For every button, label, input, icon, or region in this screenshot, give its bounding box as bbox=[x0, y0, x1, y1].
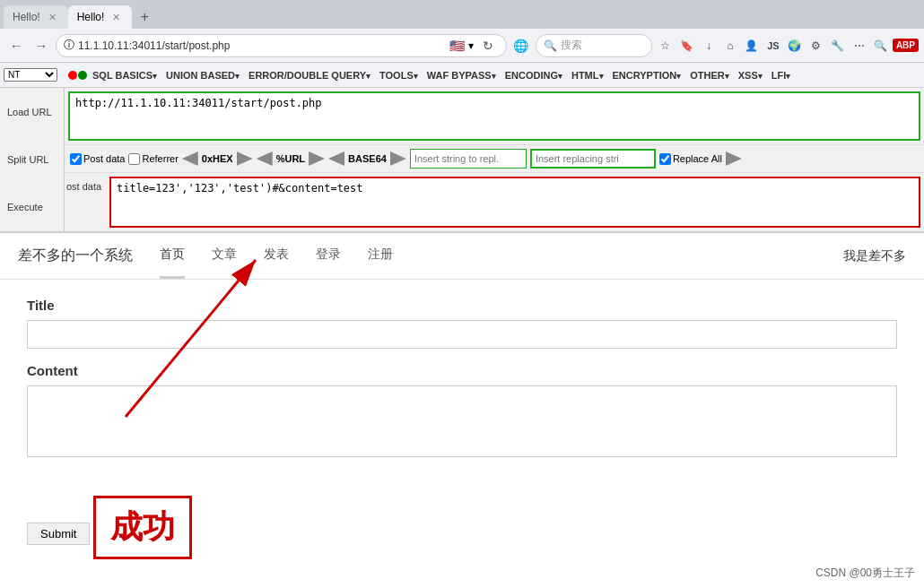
base64-label: BASE64 bbox=[345, 153, 389, 164]
post-data-checkbox-label[interactable]: Post data bbox=[70, 153, 125, 165]
nav-login[interactable]: 登录 bbox=[316, 233, 341, 279]
left-controls: NT GET POST bbox=[4, 68, 66, 82]
nav-right-text: 我是差不多 bbox=[843, 248, 906, 264]
post-data-row: ost data title=123','123','test')#&conte… bbox=[65, 177, 920, 228]
flag-icon: 🇺🇸 bbox=[449, 39, 465, 53]
replace-all-right-arrow[interactable] bbox=[726, 151, 742, 166]
referrer-checkbox-label[interactable]: Referrer bbox=[128, 153, 178, 165]
success-text: 成功 bbox=[110, 508, 175, 545]
webpage-nav: 差不多的一个系统 首页 文章 发表 登录 注册 我是差不多 bbox=[0, 233, 924, 280]
union-based-menu[interactable]: UNION BASED▾ bbox=[162, 68, 243, 82]
sql-basics-menu[interactable]: SQL BASICS▾ bbox=[89, 68, 161, 82]
title-input[interactable] bbox=[27, 320, 897, 349]
base64-right-arrow[interactable] bbox=[390, 151, 406, 166]
nav-home[interactable]: 首页 bbox=[160, 233, 185, 279]
options-row: Post data Referrer 0xHEX %URL bbox=[65, 144, 924, 173]
oxhex-left-arrow[interactable] bbox=[182, 151, 198, 166]
url-bar[interactable]: ⓘ 11.1.10.11:34011/start/post.php 🇺🇸 ▾ ↻ bbox=[56, 34, 507, 57]
site-name: 差不多的一个系统 bbox=[18, 246, 133, 265]
tool-panel: Load URL Split URL Execute http://11.1.1… bbox=[0, 88, 924, 233]
url-input-container: http://11.1.10.11:34011/start/post.php bbox=[68, 91, 920, 141]
settings-icon[interactable]: ⚙ bbox=[806, 36, 826, 56]
webpage-content: Title Content Submit 成功 bbox=[0, 280, 924, 588]
oxhex-right-arrow[interactable] bbox=[237, 151, 253, 166]
content-textarea[interactable] bbox=[27, 385, 897, 457]
insert-string-input[interactable] bbox=[410, 149, 527, 169]
search-icon: 🔍 bbox=[544, 39, 557, 52]
search-placeholder: 搜索 bbox=[561, 38, 582, 53]
xurl-right-arrow[interactable] bbox=[309, 151, 325, 166]
success-container: 成功 bbox=[93, 487, 192, 559]
oxhex-label: 0xHEX bbox=[199, 153, 236, 164]
load-url-button[interactable]: Load URL bbox=[4, 105, 60, 119]
nav-articles[interactable]: 文章 bbox=[212, 233, 237, 279]
refresh-button[interactable]: ↻ bbox=[477, 35, 499, 56]
tab-bar: Hello! ✕ Hello! ✕ + bbox=[0, 0, 924, 29]
encryption-menu[interactable]: ENCRYPTION▾ bbox=[609, 68, 685, 82]
hakbar: NT GET POST SQL BASICS▾ UNION BASED▾ ERR… bbox=[0, 63, 924, 88]
tools-menu[interactable]: TOOLS▾ bbox=[376, 68, 422, 82]
tab-2-close[interactable]: ✕ bbox=[109, 11, 123, 24]
referrer-checkbox[interactable] bbox=[128, 153, 140, 165]
download-icon[interactable]: ↓ bbox=[699, 36, 719, 56]
method-select[interactable]: NT GET POST bbox=[4, 68, 57, 82]
address-bar: ← → ⓘ 11.1.10.11:34011/start/post.php 🇺🇸… bbox=[0, 29, 924, 63]
zoom-icon[interactable]: 🔍 bbox=[871, 36, 891, 56]
html-menu[interactable]: HTML▾ bbox=[568, 68, 607, 82]
green-indicator bbox=[78, 71, 87, 80]
back-button[interactable]: ← bbox=[5, 35, 27, 56]
more-icon[interactable]: ⋯ bbox=[850, 36, 869, 56]
nav-post[interactable]: 发表 bbox=[264, 233, 289, 279]
base64-control: BASE64 bbox=[328, 151, 406, 166]
url-text: 11.1.10.11:34011/start/post.php bbox=[78, 39, 446, 52]
tab-1[interactable]: Hello! ✕ bbox=[4, 5, 68, 29]
forward-button[interactable]: → bbox=[31, 35, 52, 56]
globe-icon[interactable]: 🌐 bbox=[510, 35, 532, 56]
lfi-menu[interactable]: LFI▾ bbox=[768, 68, 795, 82]
post-data-label: ost data bbox=[65, 177, 109, 192]
nav-register[interactable]: 注册 bbox=[368, 233, 393, 279]
js-icon[interactable]: JS bbox=[763, 36, 783, 56]
submit-button[interactable]: Submit bbox=[27, 523, 90, 545]
url-input[interactable]: http://11.1.10.11:34011/start/post.php bbox=[70, 93, 919, 136]
post-data-input[interactable]: title=123','123','test')#&content=test bbox=[111, 178, 919, 223]
base64-left-arrow[interactable] bbox=[328, 151, 344, 166]
waf-bypass-menu[interactable]: WAF BYPASS▾ bbox=[423, 68, 500, 82]
new-tab-button[interactable]: + bbox=[132, 5, 157, 29]
search-bar[interactable]: 🔍 搜索 bbox=[536, 34, 652, 57]
status-indicators bbox=[68, 71, 87, 80]
browser-window: Hello! ✕ Hello! ✕ + ← → ⓘ 11.1.10.11:340… bbox=[0, 0, 924, 588]
split-url-button[interactable]: Split URL bbox=[4, 152, 60, 167]
error-double-menu[interactable]: ERROR/DOUBLE QUERY▾ bbox=[245, 68, 374, 82]
user-icon[interactable]: 👤 bbox=[742, 36, 762, 56]
xurl-left-arrow[interactable] bbox=[257, 151, 273, 166]
oxhex-control: 0xHEX bbox=[182, 151, 253, 166]
insert-replacing-input[interactable] bbox=[530, 149, 656, 169]
post-data-container: title=123','123','test')#&content=test bbox=[109, 177, 920, 228]
webpage: 差不多的一个系统 首页 文章 发表 登录 注册 我是差不多 Title Cont… bbox=[0, 233, 924, 588]
xss-menu[interactable]: XSS▾ bbox=[735, 68, 766, 82]
tab-1-label: Hello! bbox=[13, 11, 40, 23]
replace-all-label[interactable]: Replace All bbox=[659, 153, 722, 165]
star-icon[interactable]: ☆ bbox=[656, 36, 676, 56]
bookmark-icon[interactable]: 🔖 bbox=[677, 36, 697, 56]
secure-icon: ⓘ bbox=[64, 38, 74, 53]
dropdown-icon[interactable]: ▾ bbox=[468, 39, 474, 52]
encoding-menu[interactable]: ENCODING▾ bbox=[501, 68, 566, 82]
left-labels-panel: Load URL Split URL Execute bbox=[0, 88, 65, 231]
post-data-checkbox[interactable] bbox=[70, 153, 82, 165]
extension-icon[interactable]: 🔧 bbox=[828, 36, 848, 56]
title-label: Title bbox=[27, 298, 897, 313]
tab-2[interactable]: Hello! ✕ bbox=[68, 5, 133, 29]
content-label: Content bbox=[27, 363, 897, 378]
replace-all-checkbox[interactable] bbox=[659, 153, 671, 165]
tab-2-label: Hello! bbox=[77, 11, 105, 23]
tab-1-close[interactable]: ✕ bbox=[46, 11, 59, 24]
other-menu[interactable]: OTHER▾ bbox=[686, 68, 733, 82]
csdn-watermark: CSDN @00勇士王子 bbox=[815, 566, 915, 581]
globe2-icon[interactable]: 🌍 bbox=[785, 36, 805, 56]
xurl-label: %URL bbox=[274, 153, 308, 164]
home-icon[interactable]: ⌂ bbox=[720, 36, 740, 56]
execute-button[interactable]: Execute bbox=[4, 200, 60, 214]
tool-content: http://11.1.10.11:34011/start/post.php P… bbox=[65, 88, 924, 231]
